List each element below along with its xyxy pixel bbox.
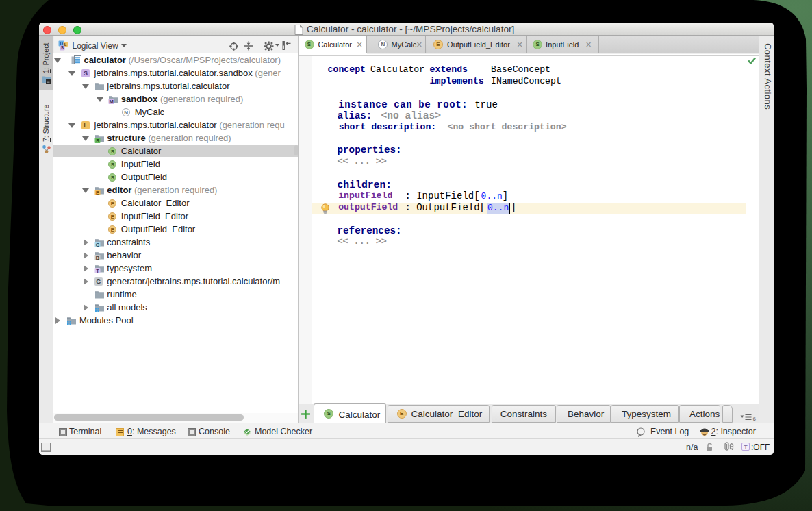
svg-text:L: L [64,42,67,47]
svg-text:S: S [96,137,99,142]
svg-text:M: M [110,98,114,103]
svg-text:S: S [61,45,64,50]
svg-text:B: B [96,254,100,260]
svg-text:E: E [96,189,99,195]
svg-text:6: 6 [753,416,757,421]
svg-text:C: C [96,241,100,247]
svg-text:T: T [96,267,99,273]
